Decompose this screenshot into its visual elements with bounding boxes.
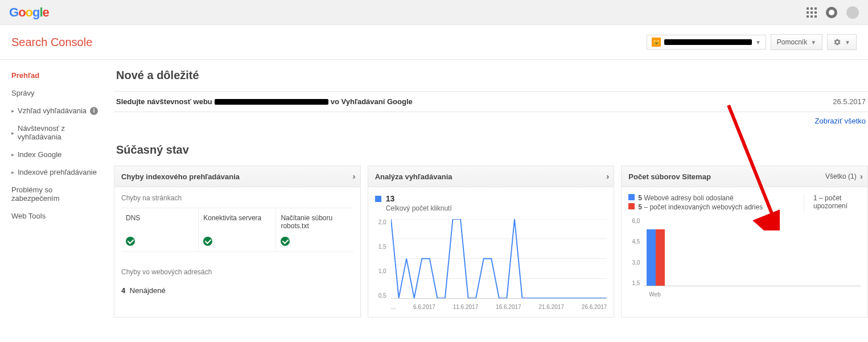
status-heading: Súčasný stav <box>114 143 868 156</box>
help-button-label: Pomocník <box>777 38 807 46</box>
sidebar-item-7[interactable]: Web Tools <box>0 207 114 225</box>
account-avatar[interactable] <box>846 6 859 19</box>
news-date: 26.5.2017 <box>833 97 866 106</box>
chevron-down-icon: ▼ <box>755 39 761 46</box>
show-all-link[interactable]: Zobraziť všetko <box>815 117 866 125</box>
bar <box>656 229 665 286</box>
sidebar-nav: PrehľadSprávy▸Vzhľad vyhľadávaniai▸Návšt… <box>0 60 114 327</box>
sitemap-filter-label: Všetko (1) <box>825 172 857 180</box>
sidebar-item-0[interactable]: Prehľad <box>0 67 114 84</box>
sidebar-item-label: Vzhľad vyhľadávania <box>18 106 87 115</box>
sidebar-item-label: Správy <box>11 89 34 97</box>
indexed-label: – počet indexovaných webových adries <box>644 203 763 211</box>
clicks-value: 13 <box>386 194 395 203</box>
legend-color-icon <box>375 196 381 202</box>
show-all-row: Zobraziť všetko <box>114 112 868 130</box>
sitemap-bar-chart: 6,04,53,01,5 Web <box>628 218 861 298</box>
sidebar-item-label: Web Tools <box>11 212 46 220</box>
status-cell-2: Načítanie súboru robots.txt <box>276 208 353 252</box>
news-prefix: Sledujte návštevnosť webu <box>116 97 212 106</box>
sitemap-warnings: 1 – počet upozornení <box>804 194 861 212</box>
sidebar-item-2[interactable]: ▸Vzhľad vyhľadávaniai <box>0 102 114 120</box>
google-topbar: Google <box>0 0 868 25</box>
caret-icon: ▸ <box>11 169 14 175</box>
news-redacted-url <box>215 99 328 105</box>
sidebar-item-4[interactable]: ▸Index Google <box>0 146 114 163</box>
panel-sitemaps-title: Počet súborov Sitemap <box>628 172 710 181</box>
url-errors-label: Chyby vo webových adresách <box>121 268 353 276</box>
bar <box>647 229 656 286</box>
info-icon: i <box>90 107 98 115</box>
site-url-redacted <box>664 39 752 45</box>
notifications-icon[interactable] <box>826 7 837 18</box>
legend-color-icon <box>628 203 635 209</box>
indexed-count: 5 <box>638 203 642 211</box>
panel-search-title: Analýza vyhľadávania <box>375 172 452 181</box>
news-heading: Nové a dôležité <box>114 69 868 82</box>
clicks-line-chart: 2,01,51,00,5 ...6.6.201711.6.201716.6.20… <box>375 219 607 310</box>
panel-crawl-title: Chyby indexového prehľadávania <box>121 172 240 181</box>
sidebar-item-label: Návštevnosť z vyhľadávania <box>18 124 102 141</box>
caret-icon: ▸ <box>11 130 14 136</box>
status-cell-1: Konektivita servera <box>199 208 276 252</box>
google-logo[interactable]: Google <box>9 5 49 20</box>
sidebar-item-label: Prehľad <box>11 71 39 80</box>
panel-search-analytics: Analýza vyhľadávania ›› 13 Celkový počet… <box>368 166 615 318</box>
submitted-label: Webové adresy boli odoslané <box>644 194 733 202</box>
check-ok-icon <box>203 237 212 246</box>
legend-color-icon <box>628 194 635 200</box>
clicks-label: Celkový počet kliknutí <box>386 204 607 212</box>
panel-sitemaps-header[interactable]: Počet súborov Sitemap Všetko (1) ›› <box>622 166 867 187</box>
panel-search-header[interactable]: Analýza vyhľadávania ›› <box>368 166 614 187</box>
status-cell-0: DNS <box>121 208 199 252</box>
sidebar-item-label: Index Google <box>18 150 61 159</box>
apps-icon[interactable] <box>807 7 817 18</box>
news-item[interactable]: Sledujte návštevnosť webu vo Vyhľadávaní… <box>114 91 868 112</box>
settings-button[interactable]: ▼ <box>827 34 857 50</box>
page-errors-label: Chyby na stránkach <box>121 194 353 202</box>
gear-icon <box>833 38 841 46</box>
chevron-down-icon: ▼ <box>811 39 816 46</box>
url-error-row[interactable]: 4 Nenájdené <box>121 282 353 299</box>
product-title: Search Console <box>11 36 92 49</box>
site-selector-dropdown[interactable]: 😺 ▼ <box>647 35 766 50</box>
sidebar-item-3[interactable]: ▸Návštevnosť z vyhľadávania <box>0 120 114 146</box>
chevron-down-icon: ▼ <box>845 39 850 46</box>
expand-icon: ›› <box>352 172 353 181</box>
caret-icon: ▸ <box>11 108 14 114</box>
status-label: DNS <box>126 214 194 230</box>
panel-crawl-header[interactable]: Chyby indexového prehľadávania ›› <box>114 166 360 187</box>
sidebar-item-5[interactable]: ▸Indexové prehľadávanie <box>0 163 114 181</box>
sidebar-item-1[interactable]: Správy <box>0 84 114 102</box>
sidebar-item-label: Indexové prehľadávanie <box>18 168 97 176</box>
sidebar-item-6[interactable]: Problémy so zabezpečením <box>0 181 114 207</box>
status-label: Načítanie súboru robots.txt <box>281 214 348 230</box>
product-header: Search Console 😺 ▼ Pomocník ▼ ▼ <box>0 25 868 60</box>
sidebar-item-label: Problémy so zabezpečením <box>11 186 102 203</box>
news-suffix: vo Vyhľadávaní Google <box>331 97 413 106</box>
check-ok-icon <box>126 237 135 246</box>
site-favicon-icon: 😺 <box>652 38 661 47</box>
status-label: Konektivita servera <box>203 214 271 230</box>
expand-icon: ›› <box>606 172 607 181</box>
submitted-count: 5 <box>638 194 642 202</box>
check-ok-icon <box>281 237 290 246</box>
help-button[interactable]: Pomocník ▼ <box>771 34 822 50</box>
expand-icon: ›› <box>860 172 861 181</box>
panel-crawl-errors: Chyby indexového prehľadávania ›› Chyby … <box>114 166 361 318</box>
caret-icon: ▸ <box>11 151 14 158</box>
panel-sitemaps: Počet súborov Sitemap Všetko (1) ›› 5 We… <box>621 166 868 318</box>
main-content: Nové a dôležité Sledujte návštevnosť web… <box>114 60 868 327</box>
